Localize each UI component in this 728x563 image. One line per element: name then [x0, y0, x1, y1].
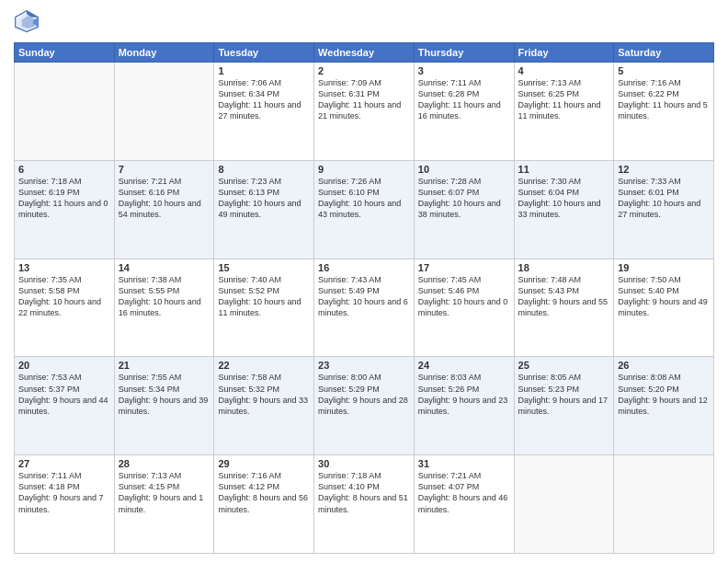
day-number: 17 [418, 262, 510, 273]
day-number: 25 [518, 360, 610, 371]
col-header-tuesday: Tuesday [214, 43, 314, 63]
col-header-monday: Monday [114, 43, 214, 63]
day-detail: Sunrise: 7:23 AM Sunset: 6:13 PM Dayligh… [218, 176, 310, 221]
day-number: 19 [618, 262, 710, 273]
calendar-cell: 25Sunrise: 8:05 AM Sunset: 5:23 PM Dayli… [514, 357, 614, 455]
calendar-cell [514, 455, 614, 554]
calendar-cell: 26Sunrise: 8:08 AM Sunset: 5:20 PM Dayli… [614, 357, 714, 455]
calendar-cell: 13Sunrise: 7:35 AM Sunset: 5:58 PM Dayli… [15, 259, 115, 357]
col-header-saturday: Saturday [614, 43, 714, 63]
day-detail: Sunrise: 7:58 AM Sunset: 5:32 PM Dayligh… [218, 372, 310, 417]
calendar-cell: 21Sunrise: 7:55 AM Sunset: 5:34 PM Dayli… [114, 357, 214, 455]
day-detail: Sunrise: 7:53 AM Sunset: 5:37 PM Dayligh… [18, 372, 110, 417]
calendar-cell: 7Sunrise: 7:21 AM Sunset: 6:16 PM Daylig… [114, 160, 214, 259]
calendar-cell: 10Sunrise: 7:28 AM Sunset: 6:07 PM Dayli… [414, 160, 514, 259]
calendar-cell: 15Sunrise: 7:40 AM Sunset: 5:52 PM Dayli… [214, 259, 314, 357]
calendar-cell: 4Sunrise: 7:13 AM Sunset: 6:25 PM Daylig… [514, 63, 614, 161]
calendar-row-3: 13Sunrise: 7:35 AM Sunset: 5:58 PM Dayli… [15, 259, 714, 357]
day-number: 6 [18, 164, 110, 175]
day-detail: Sunrise: 7:43 AM Sunset: 5:49 PM Dayligh… [318, 274, 410, 319]
day-detail: Sunrise: 7:50 AM Sunset: 5:40 PM Dayligh… [618, 274, 710, 319]
col-header-wednesday: Wednesday [314, 43, 415, 63]
calendar-cell: 16Sunrise: 7:43 AM Sunset: 5:49 PM Dayli… [314, 259, 415, 357]
calendar-row-5: 27Sunrise: 7:11 AM Sunset: 4:18 PM Dayli… [15, 455, 714, 554]
calendar-cell: 20Sunrise: 7:53 AM Sunset: 5:37 PM Dayli… [15, 357, 115, 455]
day-detail: Sunrise: 8:08 AM Sunset: 5:20 PM Dayligh… [618, 372, 710, 417]
calendar-cell: 3Sunrise: 7:11 AM Sunset: 6:28 PM Daylig… [414, 63, 514, 161]
day-number: 12 [618, 164, 710, 175]
day-detail: Sunrise: 7:33 AM Sunset: 6:01 PM Dayligh… [618, 176, 710, 221]
day-detail: Sunrise: 7:11 AM Sunset: 4:18 PM Dayligh… [18, 470, 110, 515]
calendar-cell: 27Sunrise: 7:11 AM Sunset: 4:18 PM Dayli… [15, 455, 115, 554]
day-number: 21 [119, 360, 210, 371]
calendar-cell: 30Sunrise: 7:18 AM Sunset: 4:10 PM Dayli… [314, 455, 415, 554]
calendar-cell: 11Sunrise: 7:30 AM Sunset: 6:04 PM Dayli… [514, 160, 614, 259]
day-detail: Sunrise: 7:28 AM Sunset: 6:07 PM Dayligh… [418, 176, 510, 221]
calendar-cell: 5Sunrise: 7:16 AM Sunset: 6:22 PM Daylig… [614, 63, 714, 161]
day-detail: Sunrise: 7:13 AM Sunset: 4:15 PM Dayligh… [119, 470, 210, 515]
day-detail: Sunrise: 7:48 AM Sunset: 5:43 PM Dayligh… [518, 274, 610, 319]
day-detail: Sunrise: 7:16 AM Sunset: 4:12 PM Dayligh… [218, 470, 310, 515]
day-detail: Sunrise: 7:40 AM Sunset: 5:52 PM Dayligh… [218, 274, 310, 319]
day-detail: Sunrise: 8:00 AM Sunset: 5:29 PM Dayligh… [318, 372, 410, 417]
day-detail: Sunrise: 7:26 AM Sunset: 6:10 PM Dayligh… [318, 176, 410, 221]
col-header-friday: Friday [514, 43, 614, 63]
day-number: 18 [518, 262, 610, 273]
day-detail: Sunrise: 7:55 AM Sunset: 5:34 PM Dayligh… [119, 372, 210, 417]
day-number: 20 [18, 360, 110, 371]
day-detail: Sunrise: 7:38 AM Sunset: 5:55 PM Dayligh… [119, 274, 210, 319]
calendar-cell: 9Sunrise: 7:26 AM Sunset: 6:10 PM Daylig… [314, 160, 415, 259]
logo-icon [14, 9, 40, 35]
calendar-cell: 28Sunrise: 7:13 AM Sunset: 4:15 PM Dayli… [114, 455, 214, 554]
day-detail: Sunrise: 7:06 AM Sunset: 6:34 PM Dayligh… [218, 77, 310, 122]
day-number: 3 [418, 65, 510, 76]
day-number: 28 [119, 458, 210, 469]
day-number: 11 [518, 164, 610, 175]
col-header-sunday: Sunday [15, 43, 115, 63]
day-detail: Sunrise: 7:21 AM Sunset: 6:16 PM Dayligh… [119, 176, 210, 221]
day-number: 4 [518, 65, 610, 76]
calendar-cell: 6Sunrise: 7:18 AM Sunset: 6:19 PM Daylig… [15, 160, 115, 259]
day-number: 7 [119, 164, 210, 175]
day-number: 1 [218, 65, 310, 76]
day-number: 23 [318, 360, 410, 371]
day-number: 9 [318, 164, 410, 175]
day-number: 26 [618, 360, 710, 371]
day-number: 5 [618, 65, 710, 76]
day-detail: Sunrise: 7:11 AM Sunset: 6:28 PM Dayligh… [418, 77, 510, 122]
calendar-cell [114, 63, 214, 161]
calendar-cell: 8Sunrise: 7:23 AM Sunset: 6:13 PM Daylig… [214, 160, 314, 259]
calendar-cell: 12Sunrise: 7:33 AM Sunset: 6:01 PM Dayli… [614, 160, 714, 259]
calendar-cell: 31Sunrise: 7:21 AM Sunset: 4:07 PM Dayli… [414, 455, 514, 554]
calendar-row-2: 6Sunrise: 7:18 AM Sunset: 6:19 PM Daylig… [15, 160, 714, 259]
day-number: 15 [218, 262, 310, 273]
day-number: 22 [218, 360, 310, 371]
calendar-header-row: SundayMondayTuesdayWednesdayThursdayFrid… [15, 43, 714, 63]
day-number: 10 [418, 164, 510, 175]
calendar-cell: 18Sunrise: 7:48 AM Sunset: 5:43 PM Dayli… [514, 259, 614, 357]
calendar-cell [15, 63, 115, 161]
day-number: 8 [218, 164, 310, 175]
day-number: 16 [318, 262, 410, 273]
day-number: 13 [18, 262, 110, 273]
calendar-cell: 23Sunrise: 8:00 AM Sunset: 5:29 PM Dayli… [314, 357, 415, 455]
calendar-cell: 14Sunrise: 7:38 AM Sunset: 5:55 PM Dayli… [114, 259, 214, 357]
calendar-cell: 2Sunrise: 7:09 AM Sunset: 6:31 PM Daylig… [314, 63, 415, 161]
day-detail: Sunrise: 7:18 AM Sunset: 6:19 PM Dayligh… [18, 176, 110, 221]
col-header-thursday: Thursday [414, 43, 514, 63]
calendar-cell: 19Sunrise: 7:50 AM Sunset: 5:40 PM Dayli… [614, 259, 714, 357]
day-number: 24 [418, 360, 510, 371]
calendar-row-1: 1Sunrise: 7:06 AM Sunset: 6:34 PM Daylig… [15, 63, 714, 161]
day-detail: Sunrise: 7:35 AM Sunset: 5:58 PM Dayligh… [18, 274, 110, 319]
calendar-table: SundayMondayTuesdayWednesdayThursdayFrid… [14, 42, 714, 554]
day-number: 31 [418, 458, 510, 469]
calendar-cell: 17Sunrise: 7:45 AM Sunset: 5:46 PM Dayli… [414, 259, 514, 357]
calendar-cell: 22Sunrise: 7:58 AM Sunset: 5:32 PM Dayli… [214, 357, 314, 455]
day-detail: Sunrise: 7:30 AM Sunset: 6:04 PM Dayligh… [518, 176, 610, 221]
calendar-row-4: 20Sunrise: 7:53 AM Sunset: 5:37 PM Dayli… [15, 357, 714, 455]
day-number: 2 [318, 65, 410, 76]
day-detail: Sunrise: 7:45 AM Sunset: 5:46 PM Dayligh… [418, 274, 510, 319]
day-number: 27 [18, 458, 110, 469]
day-detail: Sunrise: 7:21 AM Sunset: 4:07 PM Dayligh… [418, 470, 510, 515]
day-number: 29 [218, 458, 310, 469]
